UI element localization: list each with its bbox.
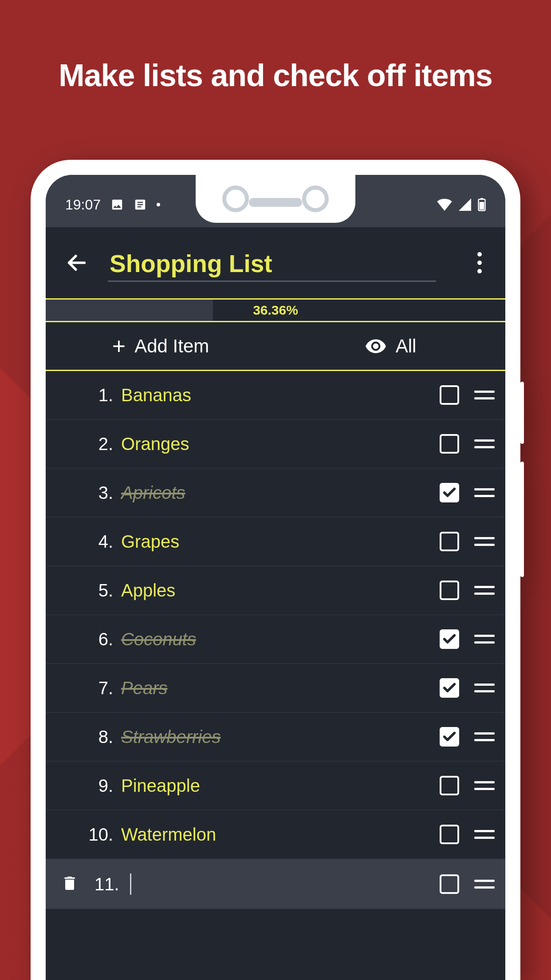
- new-item-number: 11.: [94, 874, 127, 894]
- list-item[interactable]: 10.Watermelon: [46, 810, 505, 859]
- phone-screen: 19:07 Shopping List: [46, 175, 505, 980]
- list-item[interactable]: 2.Oranges: [46, 420, 505, 469]
- item-number: 5.: [46, 581, 121, 601]
- item-number: 7.: [46, 678, 121, 698]
- wifi-icon: [437, 198, 452, 211]
- add-item-label: Add Item: [134, 336, 209, 357]
- item-number: 3.: [46, 483, 121, 503]
- drag-handle-icon[interactable]: [474, 632, 495, 646]
- text-cursor: [130, 873, 131, 895]
- article-icon: [134, 198, 147, 211]
- item-label: Apples: [121, 581, 440, 601]
- phone-notch: [196, 175, 355, 223]
- phone-mockup: 19:07 Shopping List: [31, 160, 520, 980]
- svg-rect-2: [480, 202, 484, 209]
- delete-item-button[interactable]: [61, 874, 80, 894]
- item-label: Pineapple: [121, 776, 440, 796]
- add-item-button[interactable]: + Add Item: [46, 322, 276, 370]
- cellular-icon: [458, 198, 472, 211]
- drag-handle-icon[interactable]: [474, 730, 495, 743]
- progress-label: 36.36%: [46, 300, 505, 321]
- more-menu-button[interactable]: [467, 250, 492, 275]
- back-button[interactable]: [65, 251, 88, 274]
- item-label: Apricots: [121, 483, 440, 503]
- item-label: Oranges: [121, 434, 440, 454]
- list-title: Shopping List: [110, 249, 434, 278]
- progress-bar: 36.36%: [46, 298, 505, 322]
- app-bar: Shopping List: [46, 227, 505, 298]
- item-checkbox[interactable]: [440, 776, 459, 795]
- action-row: + Add Item All: [46, 322, 505, 371]
- drag-handle-icon[interactable]: [474, 437, 495, 450]
- item-number: 4.: [46, 532, 121, 552]
- new-item-row[interactable]: 11.: [46, 859, 505, 909]
- status-time: 19:07: [65, 197, 101, 213]
- drag-handle-icon[interactable]: [474, 584, 495, 597]
- drag-handle-icon[interactable]: [474, 535, 495, 548]
- item-label: Coconuts: [121, 629, 440, 649]
- eye-icon: [365, 335, 387, 357]
- item-number: 10.: [46, 825, 121, 845]
- item-checkbox[interactable]: [440, 629, 459, 649]
- item-number: 2.: [46, 434, 121, 454]
- item-checkbox[interactable]: [440, 678, 459, 698]
- item-checkbox[interactable]: [440, 581, 459, 600]
- item-number: 9.: [46, 776, 121, 796]
- list-item[interactable]: 5.Apples: [46, 566, 505, 615]
- drag-handle-icon[interactable]: [474, 779, 495, 792]
- item-number: 6.: [46, 629, 121, 649]
- image-icon: [110, 198, 124, 211]
- filter-button[interactable]: All: [276, 322, 505, 370]
- item-label: Bananas: [121, 385, 440, 405]
- item-number: 1.: [46, 385, 121, 405]
- drag-handle-icon[interactable]: [474, 877, 495, 891]
- list-title-field[interactable]: Shopping List: [108, 244, 436, 282]
- list-item[interactable]: 4.Grapes: [46, 518, 505, 566]
- item-checkbox[interactable]: [440, 825, 459, 844]
- plus-icon: +: [112, 335, 126, 358]
- drag-handle-icon[interactable]: [474, 681, 495, 695]
- item-checkbox[interactable]: [440, 727, 459, 747]
- list-item[interactable]: 8.Strawberries: [46, 713, 505, 762]
- new-item-input[interactable]: [127, 873, 440, 895]
- drag-handle-icon[interactable]: [474, 388, 495, 402]
- promo-headline: Make lists and check off items: [0, 58, 551, 93]
- list-item[interactable]: 9.Pineapple: [46, 762, 505, 810]
- item-checkbox[interactable]: [440, 532, 459, 551]
- battery-icon: [478, 198, 486, 211]
- new-item-checkbox[interactable]: [440, 874, 459, 894]
- list-item[interactable]: 6.Coconuts: [46, 615, 505, 664]
- drag-handle-icon[interactable]: [474, 486, 495, 499]
- item-label: Strawberries: [121, 727, 440, 747]
- svg-rect-1: [480, 198, 483, 200]
- item-list: 1.Bananas2.Oranges3.Apricots4.Grapes5.Ap…: [46, 371, 505, 859]
- item-label: Grapes: [121, 532, 440, 552]
- list-item[interactable]: 1.Bananas: [46, 371, 505, 420]
- item-checkbox[interactable]: [440, 434, 459, 454]
- item-label: Pears: [121, 678, 440, 698]
- item-label: Watermelon: [121, 825, 440, 845]
- list-item[interactable]: 3.Apricots: [46, 469, 505, 518]
- item-checkbox[interactable]: [440, 385, 459, 405]
- item-checkbox[interactable]: [440, 483, 459, 502]
- item-number: 8.: [46, 727, 121, 747]
- list-item[interactable]: 7.Pears: [46, 664, 505, 713]
- filter-label: All: [396, 336, 417, 357]
- more-notifications-dot: [157, 203, 160, 206]
- drag-handle-icon[interactable]: [474, 828, 495, 841]
